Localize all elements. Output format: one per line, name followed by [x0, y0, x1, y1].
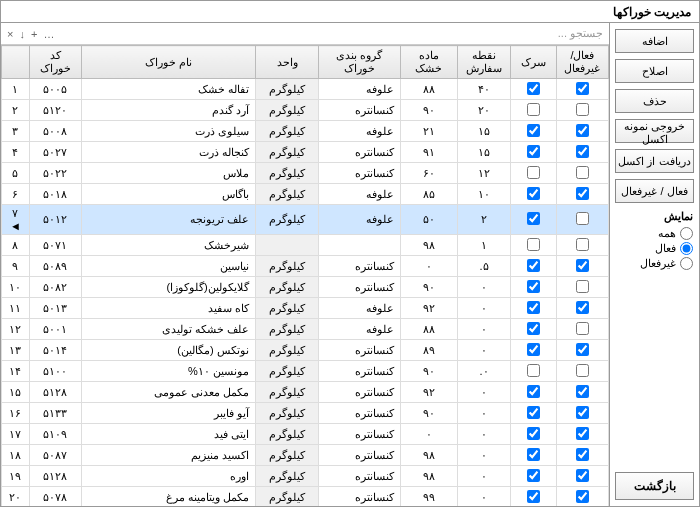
cell-active[interactable] — [556, 235, 608, 256]
cell-sarak[interactable] — [510, 184, 556, 205]
table-row[interactable]: ۰۹۰کنسانترهکیلوگرمآیو فایبر۵۱۳۳۱۶ — [2, 403, 609, 424]
col-row[interactable] — [2, 46, 30, 79]
table-row[interactable]: ۰۹۸کنسانترهکیلوگرماوره۵۱۲۸۱۹ — [2, 466, 609, 487]
cell-active[interactable] — [556, 205, 608, 235]
table-row[interactable]: ۱۵۹۱کنسانترهکیلوگرمکنجاله ذرت۵۰۲۷۴ — [2, 142, 609, 163]
col-name[interactable]: نام خوراک — [81, 46, 255, 79]
more-icon[interactable]: … — [43, 28, 54, 40]
cell-sarak[interactable] — [510, 142, 556, 163]
close-icon[interactable]: × — [7, 28, 13, 40]
col-made[interactable]: ماده خشک — [400, 46, 458, 79]
cell-sarak[interactable] — [510, 487, 556, 507]
table-row[interactable]: ۱۲۶۰کنسانترهکیلوگرمملاس۵۰۲۲۵ — [2, 163, 609, 184]
col-noghte[interactable]: نقطه سفارش — [458, 46, 510, 79]
cell-sarak[interactable] — [510, 466, 556, 487]
cell-active[interactable] — [556, 445, 608, 466]
add-icon[interactable]: + — [31, 28, 37, 40]
table-row[interactable]: ۰۹۹کنسانترهکیلوگرممکمل ویتامینه مرغ۵۰۷۸۲… — [2, 487, 609, 507]
cell-group: علوفه — [319, 205, 400, 235]
cell-noghte: ۰ — [458, 319, 510, 340]
data-grid[interactable]: فعال/غیرفعال سرک نقطه سفارش ماده خشک گرو… — [1, 45, 609, 506]
cell-sarak[interactable] — [510, 424, 556, 445]
cell-active[interactable] — [556, 382, 608, 403]
cell-active[interactable] — [556, 100, 608, 121]
col-active[interactable]: فعال/غیرفعال — [556, 46, 608, 79]
cell-sarak[interactable] — [510, 361, 556, 382]
cell-sarak[interactable] — [510, 121, 556, 142]
cell-active[interactable] — [556, 142, 608, 163]
cell-active[interactable] — [556, 424, 608, 445]
cell-sarak[interactable] — [510, 445, 556, 466]
filter-inactive[interactable]: غیرفعال — [616, 257, 693, 270]
cell-sarak[interactable] — [510, 256, 556, 277]
cell-group: کنسانتره — [319, 382, 400, 403]
cell-sarak[interactable] — [510, 403, 556, 424]
cell-unit: کیلوگرم — [255, 142, 319, 163]
cell-sarak[interactable] — [510, 298, 556, 319]
table-row[interactable]: ۲۵۰علوفهکیلوگرمعلف تریونجه۵۰۱۲۷ ◄ — [2, 205, 609, 235]
cell-code: ۵۰۰۵ — [29, 79, 81, 100]
cell-sarak[interactable] — [510, 340, 556, 361]
table-row[interactable]: ۰.۹۰کنسانترهکیلوگرممونسین ۱۰%۵۱۰۰۱۴ — [2, 361, 609, 382]
table-row[interactable]: ۴۰۸۸علوفهکیلوگرمتفاله خشک۵۰۰۵۱ — [2, 79, 609, 100]
cell-active[interactable] — [556, 466, 608, 487]
table-row[interactable]: ۰۰کنسانترهکیلوگرمایتی فید۵۱۰۹۱۷ — [2, 424, 609, 445]
cell-active[interactable] — [556, 277, 608, 298]
cell-noghte: ۱۵ — [458, 121, 510, 142]
cell-active[interactable] — [556, 298, 608, 319]
table-row[interactable]: ۰۹۸کنسانترهکیلوگرماکسید منیزیم۵۰۸۷۱۸ — [2, 445, 609, 466]
cell-active[interactable] — [556, 340, 608, 361]
arrow-down-icon[interactable]: ↓ — [19, 28, 25, 40]
cell-noghte: ۱۵ — [458, 142, 510, 163]
cell-active[interactable] — [556, 121, 608, 142]
cell-sarak[interactable] — [510, 163, 556, 184]
table-row[interactable]: ۲۰۹۰کنسانترهکیلوگرمآرد گندم۵۱۲۰۲ — [2, 100, 609, 121]
cell-sarak[interactable] — [510, 205, 556, 235]
cell-sarak[interactable] — [510, 277, 556, 298]
import-excel-button[interactable]: دریافت از اکسل — [615, 149, 694, 173]
cell-active[interactable] — [556, 256, 608, 277]
cell-name: کاه سفید — [81, 298, 255, 319]
col-group[interactable]: گروه بندی خوراک — [319, 46, 400, 79]
cell-active[interactable] — [556, 361, 608, 382]
cell-sarak[interactable] — [510, 100, 556, 121]
table-row[interactable]: ۰۹۲کنسانترهکیلوگرممکمل معدنی عمومی۵۱۲۸۱۵ — [2, 382, 609, 403]
col-sarak[interactable]: سرک — [510, 46, 556, 79]
table-row[interactable]: ۱۵۲۱علوفهکیلوگرمسیلوی ذرت۵۰۰۸۳ — [2, 121, 609, 142]
cell-made: ۹۸ — [400, 466, 458, 487]
cell-active[interactable] — [556, 487, 608, 507]
cell-sarak[interactable] — [510, 319, 556, 340]
cell-active[interactable] — [556, 319, 608, 340]
export-excel-button[interactable]: خروجی نمونه اکسل — [615, 119, 694, 143]
col-unit[interactable]: واحد — [255, 46, 319, 79]
cell-made: ۹۸ — [400, 235, 458, 256]
edit-button[interactable]: اصلاح — [615, 59, 694, 83]
table-row[interactable]: ۰۹۲علوفهکیلوگرمکاه سفید۵۰۱۳۱۱ — [2, 298, 609, 319]
cell-sarak[interactable] — [510, 235, 556, 256]
cell-unit: کیلوگرم — [255, 361, 319, 382]
toggle-active-button[interactable]: فعال / غیرفعال — [615, 179, 694, 203]
cell-active[interactable] — [556, 403, 608, 424]
cell-sarak[interactable] — [510, 79, 556, 100]
col-code[interactable]: کد خوراک — [29, 46, 81, 79]
table-row[interactable]: ۰۸۸علوفهکیلوگرمعلف خشکه تولیدی۵۰۰۱۱۲ — [2, 319, 609, 340]
cell-name: گلایکولین(گلوکوزا) — [81, 277, 255, 298]
cell-row: ۱۸ — [2, 445, 30, 466]
cell-active[interactable] — [556, 184, 608, 205]
table-row[interactable]: ۱۹۸شیرخشک۵۰۷۱۸ — [2, 235, 609, 256]
cell-name: آیو فایبر — [81, 403, 255, 424]
cell-active[interactable] — [556, 79, 608, 100]
add-button[interactable]: اضافه — [615, 29, 694, 53]
table-row[interactable]: ۱۰۸۵علوفهکیلوگرمباگاس۵۰۱۸۶ — [2, 184, 609, 205]
cell-active[interactable] — [556, 163, 608, 184]
filter-all[interactable]: همه — [616, 227, 693, 240]
cell-sarak[interactable] — [510, 382, 556, 403]
table-row[interactable]: ۰۹۰کنسانترهکیلوگرمگلایکولین(گلوکوزا)۵۰۸۲… — [2, 277, 609, 298]
table-row[interactable]: ۰۸۹کنسانترهکیلوگرمنوتکس (مگالین)۵۰۱۴۱۳ — [2, 340, 609, 361]
delete-button[interactable]: حذف — [615, 89, 694, 113]
filter-active[interactable]: فعال — [616, 242, 693, 255]
back-button[interactable]: بازگشت — [615, 472, 694, 500]
table-row[interactable]: ۵.۰کنسانترهکیلوگرمنیاسین۵۰۸۹۹ — [2, 256, 609, 277]
search-input[interactable]: جستجو ... — [558, 27, 603, 40]
cell-row: ۱۹ — [2, 466, 30, 487]
